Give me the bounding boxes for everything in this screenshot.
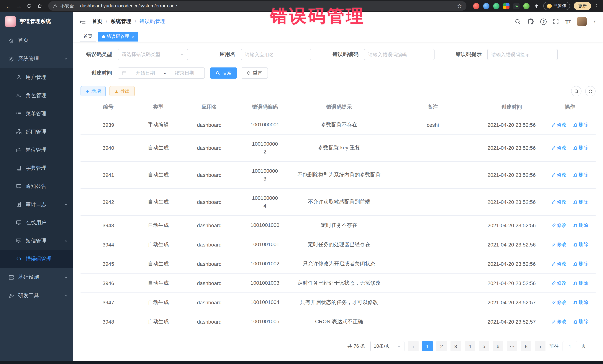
delete-link[interactable]: 删除 xyxy=(573,121,588,128)
extension-icon[interactable] xyxy=(493,3,499,9)
table-toolbar: 新增 导出 xyxy=(81,86,596,96)
github-icon[interactable] xyxy=(527,18,534,25)
error-type-select[interactable]: 请选择错误码类型 xyxy=(118,49,188,60)
profile-paused-chip[interactable]: 已暂停 xyxy=(543,2,570,10)
page-button-4[interactable]: 4 xyxy=(464,341,475,351)
bookmark-star-icon[interactable]: ☆ xyxy=(457,3,462,9)
close-icon[interactable]: × xyxy=(132,34,134,39)
breadcrumb-home[interactable]: 首页 xyxy=(92,18,103,25)
extension-icon[interactable] xyxy=(523,3,529,9)
page-button-1[interactable]: 1 xyxy=(422,341,433,351)
security-label[interactable]: 不安全 xyxy=(60,3,74,9)
avatar[interactable] xyxy=(577,17,587,26)
page-button-8[interactable]: 8 xyxy=(521,341,531,351)
cell-actions: 修改 删除 xyxy=(544,293,596,312)
edit-link[interactable]: 修改 xyxy=(551,241,567,248)
page-button-6[interactable]: 6 xyxy=(493,341,503,351)
edit-link[interactable]: 修改 xyxy=(551,260,567,267)
browser-menu-icon[interactable]: ⋮ xyxy=(594,3,599,9)
delete-link[interactable]: 删除 xyxy=(573,260,588,267)
forward-icon[interactable]: → xyxy=(14,1,24,11)
goto-page-input[interactable] xyxy=(563,341,577,351)
delete-link[interactable]: 删除 xyxy=(573,144,588,151)
logo-row[interactable]: 芋道管理系统 xyxy=(0,12,73,31)
cell-remark xyxy=(386,216,479,235)
breadcrumb-system[interactable]: 系统管理 xyxy=(111,18,131,25)
export-button[interactable]: 导出 xyxy=(109,86,135,96)
extension-icon[interactable] xyxy=(483,3,489,9)
sidebar-item-sms[interactable]: 短信管理 xyxy=(0,232,73,250)
edit-link[interactable]: 修改 xyxy=(551,144,567,151)
chevron-down-icon xyxy=(397,344,401,348)
home-button-icon[interactable] xyxy=(35,1,45,11)
add-button[interactable]: 新增 xyxy=(81,86,106,96)
edit-link[interactable]: 修改 xyxy=(551,199,567,205)
help-icon[interactable]: ? xyxy=(541,18,547,25)
delete-link[interactable]: 删除 xyxy=(573,299,588,306)
search-button[interactable]: 搜索 xyxy=(210,67,237,78)
sidebar-item-dept[interactable]: 部门管理 xyxy=(0,123,73,141)
more-pages-button[interactable]: ··· xyxy=(507,341,517,351)
delete-link[interactable]: 删除 xyxy=(573,172,588,178)
sidebar-item-infra[interactable]: 基础设施 xyxy=(0,268,73,287)
edit-link[interactable]: 修改 xyxy=(551,121,567,128)
next-page-button[interactable]: › xyxy=(535,341,545,351)
hamburger-icon[interactable] xyxy=(80,18,86,25)
delete-link[interactable]: 删除 xyxy=(573,318,588,325)
extension-icon[interactable]: on xyxy=(513,3,519,9)
sidebar-item-user[interactable]: 用户管理 xyxy=(0,68,73,86)
sidebar-item-dict[interactable]: 字典管理 xyxy=(0,159,73,177)
sidebar-item-menu[interactable]: 菜单管理 xyxy=(0,105,73,123)
page-button-5[interactable]: 5 xyxy=(479,341,489,351)
font-size-icon[interactable]: TT xyxy=(565,19,571,24)
sidebar-item-home[interactable]: 首页 xyxy=(0,31,73,50)
page-size-select[interactable]: 10条/页 xyxy=(370,341,405,351)
url-text[interactable]: dashboard.yudao.iocoder.cn/system/error-… xyxy=(80,3,454,9)
sidebar-item-devtools[interactable]: 研发工具 xyxy=(0,287,73,305)
sidebar-item-role[interactable]: 角色管理 xyxy=(0,86,73,105)
app-name-input[interactable] xyxy=(245,52,307,57)
sidebar-item-audit-log[interactable]: 审计日志 xyxy=(0,195,73,213)
extension-icon[interactable] xyxy=(503,3,509,9)
chevron-down-icon[interactable]: ▼ xyxy=(593,20,596,23)
page-button-2[interactable]: 2 xyxy=(436,341,447,351)
delete-link[interactable]: 删除 xyxy=(573,199,588,205)
date-range-picker[interactable]: 开始日期 - 结束日期 xyxy=(118,67,205,78)
pin-icon[interactable] xyxy=(533,3,539,9)
tag-home[interactable]: 首页 xyxy=(80,32,96,41)
delete-link[interactable]: 删除 xyxy=(573,280,588,286)
reload-icon[interactable] xyxy=(24,1,34,11)
export-button-label: 导出 xyxy=(120,88,130,95)
error-code-input[interactable] xyxy=(368,52,430,57)
error-hint-input[interactable] xyxy=(491,52,554,57)
edit-link[interactable]: 修改 xyxy=(551,280,567,286)
sidebar-item-post[interactable]: 岗位管理 xyxy=(0,141,73,159)
delete-link[interactable]: 删除 xyxy=(573,241,588,248)
cell-type: 自动生成 xyxy=(136,134,181,161)
delete-link[interactable]: 删除 xyxy=(573,222,588,229)
fullscreen-icon[interactable] xyxy=(553,19,559,24)
tag-error-code[interactable]: 错误码管理 × xyxy=(98,32,138,41)
cell-created: 2021-04-20 23:52:56 xyxy=(479,115,544,134)
edit-link[interactable]: 修改 xyxy=(551,318,567,325)
cell-type: 自动生成 xyxy=(136,161,181,188)
refresh-icon-button[interactable] xyxy=(585,86,596,96)
search-icon[interactable] xyxy=(515,18,521,25)
browser-update-button[interactable]: 更新 xyxy=(574,2,591,10)
sidebar-item-online-user[interactable]: 在线用户 xyxy=(0,213,73,232)
page-button-3[interactable]: 3 xyxy=(451,341,461,351)
prev-page-button[interactable]: ‹ xyxy=(408,341,418,351)
back-icon[interactable]: ← xyxy=(4,1,13,11)
address-bar[interactable]: 不安全 dashboard.yudao.iocoder.cn/system/er… xyxy=(48,1,466,11)
edit-link[interactable]: 修改 xyxy=(551,172,567,178)
sidebar-item-error-code[interactable]: 错误码管理 xyxy=(0,250,73,268)
edit-link[interactable]: 修改 xyxy=(551,222,567,229)
date-separator: - xyxy=(164,70,166,76)
sidebar-item-notice[interactable]: 通知公告 xyxy=(0,177,73,195)
extension-icon[interactable] xyxy=(473,3,479,9)
filter-code-group: 错误码编码 xyxy=(327,49,435,60)
sidebar-item-system[interactable]: 系统管理 xyxy=(0,50,73,68)
show-search-icon-button[interactable] xyxy=(571,86,581,96)
edit-link[interactable]: 修改 xyxy=(551,299,567,306)
reset-button[interactable]: 重置 xyxy=(241,67,268,78)
